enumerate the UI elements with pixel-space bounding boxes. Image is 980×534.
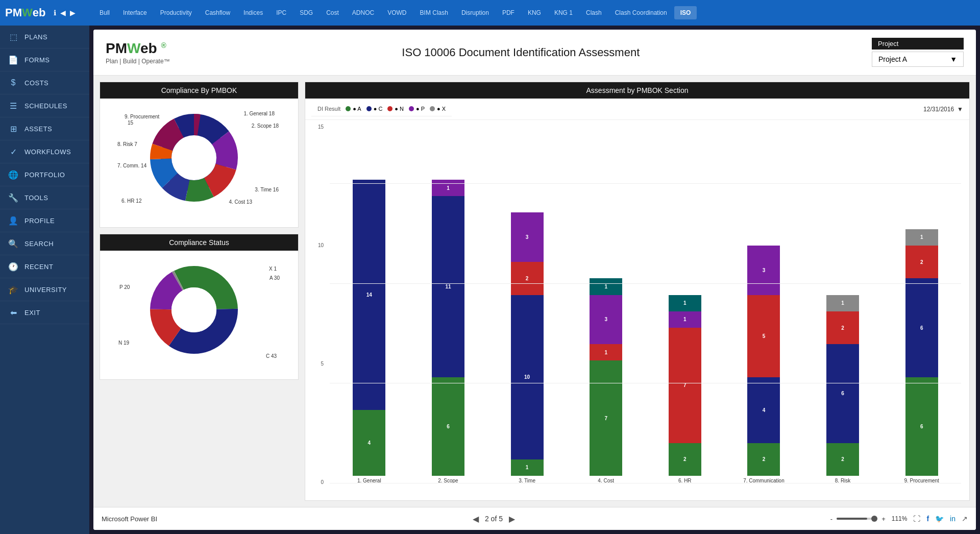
- project-selector: Project Project A ▼: [872, 38, 964, 67]
- tab-iso[interactable]: ISO: [674, 6, 697, 19]
- tab-kng[interactable]: KNG: [522, 6, 547, 19]
- y-label-0: 0: [321, 479, 324, 485]
- zoom-level: 111%: [892, 515, 908, 522]
- portfolio-icon: 🌐: [8, 169, 18, 180]
- sidebar-item-profile[interactable]: 👤 PROFILE: [0, 209, 89, 232]
- bar-6-label: 6. HR: [678, 478, 692, 483]
- tab-interface[interactable]: Interface: [117, 6, 153, 19]
- bar-3-label: 3. Time: [519, 478, 535, 483]
- tab-kng1[interactable]: KNG 1: [548, 6, 579, 19]
- next-page-button[interactable]: ▶: [509, 514, 515, 524]
- zoom-track[interactable]: [837, 518, 877, 520]
- bar-3-stacked: 1 10 2 3: [511, 212, 544, 476]
- sidebar-label-search: SEARCH: [24, 240, 54, 248]
- tab-clash-coordination[interactable]: Clash Coordination: [609, 6, 673, 19]
- bar-2-stacked: 6 11 1: [432, 180, 464, 476]
- sidebar-item-plans[interactable]: ⬚ PLANS: [0, 26, 89, 48]
- bar-4-stacked: 7 1 3 1: [590, 278, 622, 476]
- project-dropdown[interactable]: Project A ▼: [872, 52, 964, 67]
- linkedin-icon[interactable]: in: [950, 515, 955, 523]
- compliance-status-header: Compliance Status: [100, 234, 298, 251]
- zoom-minus-button[interactable]: -: [830, 515, 832, 523]
- sidebar-label-workflows: WORKFLOWS: [24, 148, 71, 156]
- svg-point-15: [172, 287, 216, 332]
- sidebar-item-university[interactable]: 🎓 UNIVERSITY: [0, 278, 89, 301]
- university-icon: 🎓: [8, 284, 18, 295]
- compliance-pmbok-header: Compliance By PMBOK: [100, 82, 298, 99]
- page-info: 2 of 5: [485, 515, 503, 523]
- di-result-label: DI Result: [317, 106, 340, 112]
- logo-area[interactable]: PMWeb ℹ ◀ ▶: [0, 0, 89, 26]
- tools-icon: 🔧: [8, 192, 18, 203]
- bar-1-seg-a: 4: [353, 410, 385, 476]
- tab-disruption[interactable]: Disruption: [455, 6, 495, 19]
- grid-line-15: [330, 183, 961, 184]
- bar-9-label: 9. Procurement: [904, 478, 939, 483]
- tab-cashflow[interactable]: Cashflow: [199, 6, 236, 19]
- tab-productivity[interactable]: Productivity: [154, 6, 198, 19]
- info-icon[interactable]: ℹ: [54, 9, 56, 17]
- sidebar-label-costs: COSTS: [24, 79, 48, 87]
- schedules-icon: ☰: [8, 101, 18, 111]
- sidebar-item-schedules[interactable]: ☰ SCHEDULES: [0, 94, 89, 117]
- search-icon: 🔍: [8, 238, 18, 249]
- date-dropdown[interactable]: 12/31/2016 ▼: [923, 106, 963, 113]
- bar-2-seg-a: 6: [432, 377, 464, 476]
- sidebar-item-portfolio[interactable]: 🌐 PORTFOLIO: [0, 163, 89, 186]
- fullscreen-icon[interactable]: ⛶: [913, 515, 920, 523]
- next-icon[interactable]: ▶: [70, 9, 76, 17]
- zoom-plus-button[interactable]: +: [881, 515, 886, 523]
- tab-pdf[interactable]: PDF: [496, 6, 521, 19]
- tab-indices[interactable]: Indices: [237, 6, 269, 19]
- bar-7-seg-n: 5: [747, 295, 780, 377]
- bar-7-seg-a: 2: [747, 443, 780, 476]
- legend-p: ● P: [409, 106, 425, 112]
- tab-cost[interactable]: Cost: [320, 6, 345, 19]
- bar-6-hr: 2 7 1 1 6. HR: [665, 295, 705, 483]
- facebook-icon[interactable]: f: [926, 515, 929, 523]
- sidebar-item-recent[interactable]: 🕐 RECENT: [0, 255, 89, 278]
- bar-6-stacked: 2 7 1 1: [669, 295, 701, 476]
- bar-6-seg-x: 1: [669, 295, 701, 311]
- sidebar-label-plans: PLANS: [24, 33, 47, 41]
- prev-icon[interactable]: ◀: [60, 9, 66, 17]
- svg-point-9: [172, 135, 216, 180]
- bar-9-stacked: 6 6 2 1: [905, 229, 938, 476]
- tab-sdg[interactable]: SDG: [293, 6, 319, 19]
- tab-clash[interactable]: Clash: [580, 6, 608, 19]
- sidebar-item-exit[interactable]: ⬅ EXIT: [0, 301, 89, 324]
- legend-p-label: ● P: [416, 106, 425, 112]
- prev-page-button[interactable]: ◀: [473, 514, 479, 524]
- tab-adnoc[interactable]: ADNOC: [346, 6, 380, 19]
- tab-bimclash[interactable]: BIM Clash: [414, 6, 454, 19]
- bars-area: 4 14 1. General 6 11 1: [330, 124, 961, 496]
- sidebar-label-tools: TOOLS: [24, 194, 48, 202]
- bar-chart-legend: DI Result ● A ● C ● N: [311, 102, 452, 116]
- bar-2-seg-c: 11: [432, 196, 464, 377]
- tab-bull[interactable]: Bull: [93, 6, 116, 19]
- bar-9-procurement: 6 6 2 1 9. Procurement: [901, 229, 942, 483]
- legend-a: ● A: [346, 106, 361, 112]
- twitter-icon[interactable]: 🐦: [935, 515, 944, 523]
- bar-8-seg-a: 2: [826, 443, 859, 476]
- bar-4-seg-x: 1: [590, 278, 622, 295]
- legend-x-label: ● X: [437, 106, 446, 112]
- tab-ipc[interactable]: IPC: [270, 6, 292, 19]
- bar-1-stacked: 4 14: [353, 180, 385, 476]
- legend-x: ● X: [430, 106, 446, 112]
- sidebar-item-forms[interactable]: 📄 FORMS: [0, 48, 89, 71]
- sidebar-item-costs[interactable]: $ COSTS: [0, 71, 89, 94]
- sidebar-item-tools[interactable]: 🔧 TOOLS: [0, 186, 89, 209]
- bar-1-seg-c: 14: [353, 180, 385, 410]
- bar-2-seg-p: 1: [432, 180, 464, 196]
- costs-icon: $: [8, 78, 18, 88]
- sidebar-label-profile: PROFILE: [24, 217, 55, 225]
- sidebar-item-assets[interactable]: ⊞ ASSETS: [0, 117, 89, 140]
- sidebar-item-search[interactable]: 🔍 SEARCH: [0, 232, 89, 255]
- share-icon[interactable]: ↗: [962, 515, 968, 523]
- sidebar-item-workflows[interactable]: ✓ WORKFLOWS: [0, 140, 89, 163]
- bar-4-seg-a: 7: [590, 360, 622, 476]
- status-label-c: C 43: [266, 353, 277, 359]
- tab-vowd[interactable]: VOWD: [381, 6, 412, 19]
- zoom-thumb[interactable]: [871, 516, 877, 522]
